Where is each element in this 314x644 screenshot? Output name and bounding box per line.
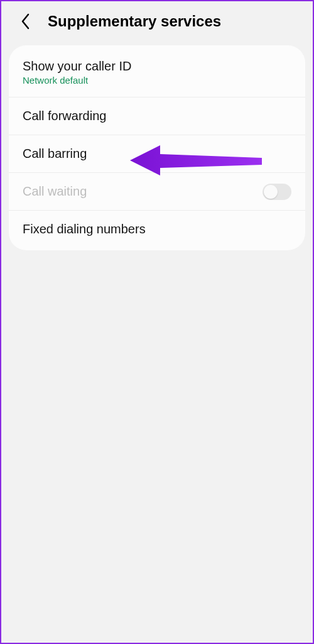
row-title: Show your caller ID <box>23 59 291 74</box>
row-call-forwarding[interactable]: Call forwarding <box>9 97 305 135</box>
row-call-barring[interactable]: Call barring <box>9 135 305 173</box>
row-call-waiting[interactable]: Call waiting <box>9 173 305 211</box>
row-caller-id[interactable]: Show your caller ID Network default <box>9 48 305 97</box>
settings-card: Show your caller ID Network default Call… <box>9 45 305 250</box>
toggle-knob <box>264 185 278 199</box>
header: Supplementary services <box>1 1 313 42</box>
row-title: Call forwarding <box>23 109 291 123</box>
row-title: Fixed dialing numbers <box>23 222 291 236</box>
row-title: Call waiting <box>23 184 291 199</box>
back-icon[interactable] <box>19 14 33 28</box>
row-subtitle: Network default <box>23 75 291 86</box>
page-title: Supplementary services <box>48 13 221 30</box>
call-waiting-toggle[interactable] <box>263 184 291 200</box>
row-fixed-dialing[interactable]: Fixed dialing numbers <box>9 211 305 248</box>
row-title: Call barring <box>23 147 291 161</box>
